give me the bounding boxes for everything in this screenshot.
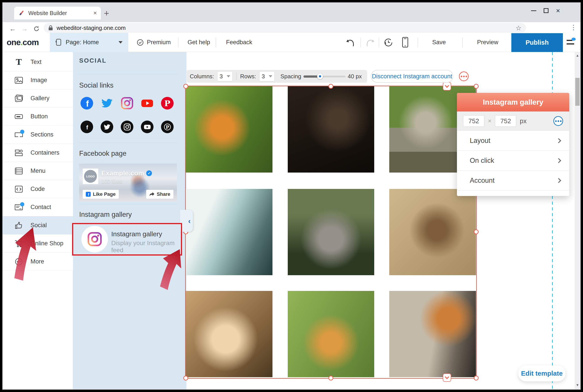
divider xyxy=(236,72,237,80)
facebook-black-icon[interactable]: f xyxy=(80,120,93,133)
browser-menu-icon[interactable]: ⋮ xyxy=(570,24,577,31)
share-button[interactable]: Share xyxy=(146,190,173,199)
scroll-up-icon[interactable]: ▲ xyxy=(575,54,580,58)
sidebar-item-gallery[interactable]: Gallery xyxy=(3,89,73,108)
history-icon[interactable] xyxy=(383,37,394,48)
slider-thumb[interactable] xyxy=(317,74,323,79)
save-button[interactable]: Save xyxy=(427,33,451,52)
resize-handle-bottom-left[interactable] xyxy=(183,376,188,380)
sidebar-item-contact[interactable]: Contact xyxy=(3,198,73,216)
inspector-row-layout[interactable]: Layout xyxy=(457,130,569,150)
instagram-gallery-heading: Instagram gallery xyxy=(79,210,132,218)
facebook-icon[interactable]: f xyxy=(80,97,93,110)
containers-icon xyxy=(14,148,23,158)
menu-icon xyxy=(14,166,23,176)
publish-button[interactable]: Publish xyxy=(511,33,563,52)
premium-button[interactable]: Premium xyxy=(137,33,171,52)
sidebar-item-more[interactable]: More xyxy=(3,253,73,271)
sidebar-item-code[interactable]: Code xyxy=(3,180,73,198)
resize-handle-top-right[interactable] xyxy=(474,84,479,89)
page-selector[interactable]: Page: Home xyxy=(50,33,128,52)
toolbar-divider xyxy=(418,38,418,47)
size-options-icon[interactable] xyxy=(553,116,563,126)
instagram-gallery-inspector: Instagram gallery 752 × 752 px Layout On… xyxy=(457,93,569,196)
back-icon[interactable]: ← xyxy=(7,25,18,32)
svg-text:P: P xyxy=(164,99,170,108)
gallery-settings-toolbar: Columns: 3 Rows: 3 Spacing 40 px xyxy=(187,70,367,83)
inspector-size-row: 752 × 752 px xyxy=(457,112,569,130)
youtube-icon[interactable] xyxy=(141,97,153,110)
pinterest-black-icon[interactable]: P xyxy=(161,120,174,133)
svg-text:f: f xyxy=(86,99,89,108)
resize-handle-top-left[interactable] xyxy=(183,84,188,89)
browser-tab[interactable]: Website Builder × xyxy=(14,7,101,20)
redo-icon xyxy=(365,38,375,47)
youtube-black-icon[interactable] xyxy=(141,120,153,133)
window-close-button[interactable]: × xyxy=(553,6,563,15)
scroll-down-icon[interactable]: ▼ xyxy=(575,383,580,387)
forward-icon: → xyxy=(18,25,30,32)
selection-outline xyxy=(185,86,477,379)
columns-select[interactable]: 3 xyxy=(217,71,233,82)
sidebar-item-containers[interactable]: Containers xyxy=(3,144,73,162)
instagram-black-icon[interactable] xyxy=(121,120,133,133)
one-com-logo: one.com xyxy=(7,33,39,52)
facebook-page-preview[interactable]: LOGO Example.com ✓ 100 likes f Like Page… xyxy=(79,164,177,202)
thumbs-up-icon xyxy=(14,221,23,230)
spacing-value: 40 px xyxy=(348,73,362,80)
section-collapse-badge-bottom[interactable] xyxy=(443,374,451,382)
undo-icon[interactable] xyxy=(345,38,355,47)
bookmark-star-icon[interactable]: ☆ xyxy=(516,24,522,32)
edit-template-button[interactable]: Edit template xyxy=(518,366,566,382)
feedback-button[interactable]: Feedback xyxy=(226,33,252,52)
window-minimize-button[interactable] xyxy=(529,6,539,15)
tab-close-icon[interactable]: × xyxy=(93,10,97,16)
like-page-button[interactable]: f Like Page xyxy=(83,190,119,199)
more-options-icon[interactable] xyxy=(459,72,469,81)
url-field[interactable]: webeditor-staging.one.com ☆ xyxy=(44,23,526,33)
preview-button[interactable]: Preview xyxy=(473,33,502,52)
sidebar-item-button[interactable]: Button xyxy=(3,108,73,126)
sidebar-item-image[interactable]: Image xyxy=(3,71,73,89)
resize-handle-top-middle[interactable] xyxy=(328,84,333,89)
resize-handle-bottom-middle[interactable] xyxy=(328,376,333,380)
mobile-preview-icon[interactable] xyxy=(401,37,410,48)
sidebar-item-sections[interactable]: Sections xyxy=(3,126,73,144)
sidebar-item-online-shop[interactable]: Online Shop xyxy=(3,234,73,253)
rows-select[interactable]: 3 xyxy=(259,71,275,82)
instagram-icon[interactable] xyxy=(121,97,133,110)
svg-text:P: P xyxy=(166,124,169,130)
scrollbar-thumb[interactable] xyxy=(575,78,580,106)
sidebar-item-social[interactable]: Social xyxy=(3,216,73,234)
new-tab-button[interactable]: + xyxy=(104,8,109,18)
cart-icon xyxy=(14,239,23,248)
inspector-row-account[interactable]: Account xyxy=(457,170,569,190)
twitter-icon[interactable] xyxy=(101,97,113,110)
resize-handle-right-middle[interactable] xyxy=(474,230,479,234)
width-input[interactable]: 752 xyxy=(463,115,484,127)
reload-icon[interactable] xyxy=(30,26,42,32)
sidebar-item-menu[interactable]: Menu xyxy=(3,162,73,180)
spacing-slider[interactable] xyxy=(303,74,345,79)
twitter-black-icon[interactable] xyxy=(101,120,113,133)
window-maximize-button[interactable] xyxy=(541,6,551,15)
divider xyxy=(79,143,177,143)
settings-menu-icon[interactable] xyxy=(566,38,576,47)
sidebar-item-text[interactable]: T Text xyxy=(3,53,73,71)
image-icon xyxy=(14,76,23,85)
resize-handle-bottom-right[interactable] xyxy=(474,376,479,380)
inspector-row-on-click[interactable]: On click xyxy=(457,150,569,170)
get-help-button[interactable]: Get help xyxy=(188,33,210,52)
pinterest-icon[interactable]: P xyxy=(161,97,174,110)
disconnect-instagram-button[interactable]: Disconnect Instagram account xyxy=(371,70,453,83)
sections-icon xyxy=(14,130,23,139)
section-collapse-badge-top[interactable] xyxy=(443,82,451,90)
chevron-down-icon xyxy=(445,375,449,379)
instagram-gallery-element-highlighted[interactable]: Instagram gallery Display your Instagram… xyxy=(72,223,182,256)
height-input[interactable]: 752 xyxy=(495,115,516,127)
toolbar-divider xyxy=(462,38,463,47)
page-selector-label: Page: Home xyxy=(66,39,114,46)
divider xyxy=(79,204,177,204)
caret-down-icon xyxy=(269,75,272,78)
facebook-flag-icon: f xyxy=(86,192,91,197)
